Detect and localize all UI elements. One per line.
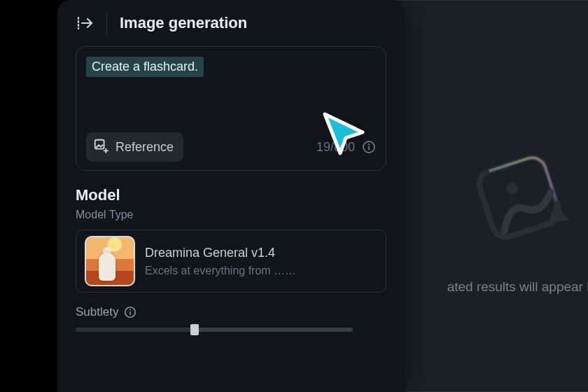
subtlety-slider[interactable] [76, 328, 353, 332]
generation-panel: Image generation Create a flashcard. [57, 0, 405, 392]
panel-header: Image generation [76, 13, 386, 46]
svg-point-12 [130, 309, 131, 311]
panel-title: Image generation [120, 14, 247, 32]
placeholder-image-icon [468, 146, 580, 258]
info-icon[interactable] [124, 306, 136, 318]
model-thumbnail [85, 236, 135, 286]
prompt-text: Create a flashcard. [92, 59, 198, 74]
model-type-label: Model Type [76, 209, 386, 221]
char-counter-wrap: 19/800 [316, 140, 376, 155]
slider-thumb[interactable] [190, 324, 199, 335]
char-counter: 19/800 [316, 140, 355, 155]
info-icon[interactable] [362, 140, 376, 154]
model-name: Dreamina General v1.4 [145, 246, 296, 260]
prompt-card[interactable]: Create a flashcard. [76, 46, 386, 171]
svg-rect-13 [130, 312, 132, 315]
prompt-footer: Reference 19/800 [86, 132, 376, 162]
model-description: Excels at everything from …… [145, 265, 296, 277]
svg-point-9 [368, 144, 370, 145]
svg-point-2 [505, 181, 519, 195]
slider-fill [76, 328, 195, 332]
model-selector[interactable]: Dreamina General v1.4 Excels at everythi… [76, 230, 386, 293]
reference-button[interactable]: Reference [86, 132, 183, 162]
subtlety-label: Subtlety [76, 305, 118, 319]
svg-rect-10 [368, 146, 370, 150]
app-stage: ated results will appear he Image genera… [0, 0, 588, 392]
reference-label: Reference [115, 140, 174, 155]
prompt-input-selection[interactable]: Create a flashcard. [86, 57, 204, 77]
model-section-title: Model [76, 186, 386, 204]
subtlety-row: Subtlety [76, 305, 386, 319]
reference-icon [93, 138, 108, 156]
collapse-icon[interactable] [76, 14, 94, 32]
model-texts: Dreamina General v1.4 Excels at everythi… [145, 246, 296, 277]
divider [106, 13, 107, 34]
